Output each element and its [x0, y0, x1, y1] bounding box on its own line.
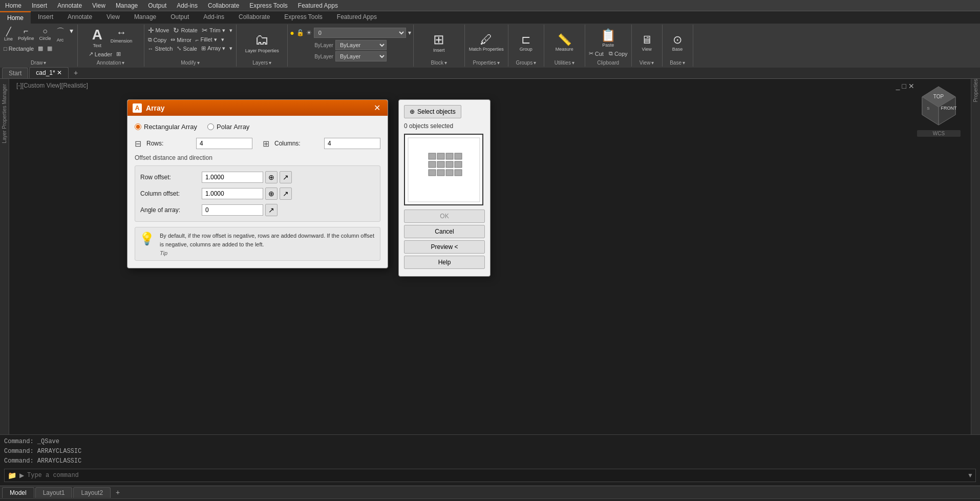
row-offset-select-btn[interactable]: ↗	[280, 171, 292, 183]
draw-arc-btn[interactable]: ⌒ Arc	[54, 26, 67, 44]
modify-move-btn[interactable]: ✛Move	[146, 26, 171, 35]
annotation-table-btn[interactable]: ⊞	[115, 50, 122, 58]
copy-btn[interactable]: ⧉Copy	[607, 50, 629, 57]
modify-more3-btn[interactable]: ▾	[228, 45, 234, 52]
modify-more-btn[interactable]: ▾	[228, 26, 234, 35]
column-offset-input[interactable]	[202, 188, 263, 199]
ribbon-layers-group: ● 🔓 ☀ 0 ▾ ByLayer ByLayer ByLayer ByLaye…	[288, 25, 413, 67]
column-offset-pick-btn[interactable]: ⊕	[265, 187, 278, 200]
polar-radio-option[interactable]: Polar Array	[207, 123, 249, 131]
columns-input[interactable]	[324, 138, 380, 149]
layer-properties-btn[interactable]: 🗂 Layer Properties	[241, 29, 283, 56]
layer-dropdown[interactable]: 0	[314, 28, 406, 38]
bottom-tab-layout2[interactable]: Layout2	[73, 487, 111, 498]
angle-input[interactable]	[202, 204, 263, 216]
draw-circle-btn[interactable]: ○ Circle	[37, 26, 53, 44]
dialog-close-btn[interactable]: ✕	[372, 103, 382, 113]
base-btn[interactable]: ⊙ Base	[670, 32, 685, 53]
modify-array-btn[interactable]: ⊞Array ▾	[200, 45, 227, 52]
dialog-title-icon: A	[133, 103, 142, 113]
menu-annotate[interactable]: Annotate	[52, 1, 87, 10]
column-offset-select-btn[interactable]: ↗	[280, 187, 292, 200]
layer-linetype-dropdown[interactable]: ByLayer	[335, 51, 387, 61]
modify-more2-btn[interactable]: ▾	[220, 36, 226, 44]
tab-manage[interactable]: Manage	[127, 11, 163, 24]
tab-view[interactable]: View	[99, 11, 127, 24]
draw-polyline-btn[interactable]: ⌐ Polyline	[16, 26, 36, 44]
menu-featured[interactable]: Featured Apps	[293, 1, 343, 10]
insert-btn[interactable]: ⊞ Insert	[431, 31, 447, 54]
draw-gradient-btn[interactable]: ▦	[46, 45, 54, 52]
draw-rect-btn[interactable]: □Rectangle	[2, 45, 35, 52]
viewport[interactable]: [-][Custom View][Realistic] TOP FRONT S …	[9, 79, 971, 434]
ok-btn[interactable]: OK	[404, 210, 485, 223]
annotation-leader-btn[interactable]: ↗Leader	[87, 50, 114, 58]
draw-hatch-btn[interactable]: ▩	[36, 45, 45, 52]
tab-annotate[interactable]: Annotate	[60, 11, 99, 24]
modify-rotate-btn[interactable]: ↻Rotate	[172, 26, 199, 35]
polar-radio-label: Polar Array	[217, 123, 249, 131]
match-properties-btn[interactable]: 🖊 Match Properties	[467, 31, 506, 53]
menu-output[interactable]: Output	[143, 1, 172, 10]
modify-mirror-btn[interactable]: ⇔Mirror	[169, 36, 193, 44]
svg-rect-13	[437, 161, 444, 168]
modify-copy-btn[interactable]: ⧉CancelCopy	[146, 36, 168, 44]
modify-fillet-btn[interactable]: ⌐Fillet ▾	[194, 36, 219, 44]
bottom-tab-layout1[interactable]: Layout1	[35, 487, 73, 498]
tab-home[interactable]: Home	[0, 11, 31, 24]
row-offset-pick-btn[interactable]: ⊕	[265, 171, 278, 183]
column-offset-row: Column offset: ⊕ ↗	[140, 187, 375, 200]
cut-btn[interactable]: ✂Cut	[587, 50, 605, 57]
modify-scale-btn[interactable]: ⤡Scale	[175, 45, 199, 52]
svg-rect-8	[429, 153, 436, 159]
angle-pick-btn[interactable]: ↗	[265, 204, 278, 216]
layer-more-icon[interactable]: ▾	[408, 29, 411, 36]
menu-manage[interactable]: Manage	[111, 1, 143, 10]
rectangular-radio[interactable]	[135, 123, 141, 130]
menu-express[interactable]: Express Tools	[244, 1, 292, 10]
menu-collaborate[interactable]: Collaborate	[203, 1, 244, 10]
bottom-tab-model[interactable]: Model	[2, 487, 34, 498]
annotation-dimension-btn[interactable]: ↔ Dimension	[109, 26, 135, 49]
menu-view[interactable]: View	[87, 1, 111, 10]
help-btn[interactable]: Help	[404, 256, 485, 269]
menu-home[interactable]: Home	[0, 1, 27, 10]
tab-cad1[interactable]: cad_1* ✕	[29, 67, 69, 78]
draw-more-btn[interactable]: ▾	[68, 26, 75, 44]
array-dialog: A Array ✕ Rectangular Array	[127, 99, 388, 268]
bottom-tab-add[interactable]: +	[112, 487, 124, 498]
tab-express[interactable]: Express Tools	[277, 11, 329, 24]
rows-input[interactable]	[196, 138, 252, 149]
ribbon-modify-group: ✛Move ↻Rotate ✂Trim ▾ ▾ ⧉CancelCopy ⇔Mir…	[144, 25, 237, 67]
command-input[interactable]	[24, 471, 965, 480]
annotation-text-btn[interactable]: A Text	[87, 26, 108, 49]
menu-addins[interactable]: Add-ins	[172, 1, 203, 10]
offset-section-label: Offset distance and direction	[135, 154, 380, 161]
view-btn[interactable]: 🖥 View	[639, 32, 654, 53]
modify-stretch-btn[interactable]: ↔Stretch	[146, 45, 175, 52]
preview-btn[interactable]: Preview <	[404, 240, 485, 254]
group-btn[interactable]: ⊏ Group	[518, 32, 535, 53]
select-objects-btn[interactable]: ⊕ Select objects	[404, 105, 461, 118]
cancel-btn[interactable]: Cancel	[404, 225, 485, 238]
menu-insert[interactable]: Insert	[27, 1, 52, 10]
column-offset-label: Column offset:	[140, 190, 202, 197]
tab-addins[interactable]: Add-ins	[196, 11, 231, 24]
layer-manager-panel[interactable]: Layer Properties Manager	[2, 84, 7, 143]
row-offset-input[interactable]	[202, 172, 263, 183]
tab-start[interactable]: Start	[2, 68, 28, 78]
tab-new[interactable]: +	[70, 67, 82, 78]
tab-featured[interactable]: Featured Apps	[330, 11, 384, 24]
tab-output[interactable]: Output	[163, 11, 196, 24]
draw-line-btn[interactable]: ╱ Line	[2, 26, 15, 44]
command-scroll-down-icon[interactable]: ▼	[965, 472, 975, 479]
paste-btn[interactable]: 📋 Paste	[599, 27, 618, 49]
tab-collaborate[interactable]: Collaborate	[231, 11, 277, 24]
tab-insert[interactable]: Insert	[31, 11, 60, 24]
layer-color-dropdown[interactable]: ByLayer	[335, 40, 387, 50]
command-history-2: Command: ARRAYCLASSIC	[4, 447, 976, 456]
modify-trim-btn[interactable]: ✂Trim ▾	[200, 26, 227, 35]
measure-btn[interactable]: 📏 Measure	[553, 32, 576, 53]
rectangular-radio-option[interactable]: Rectangular Array	[135, 123, 197, 131]
polar-radio[interactable]	[207, 123, 214, 130]
